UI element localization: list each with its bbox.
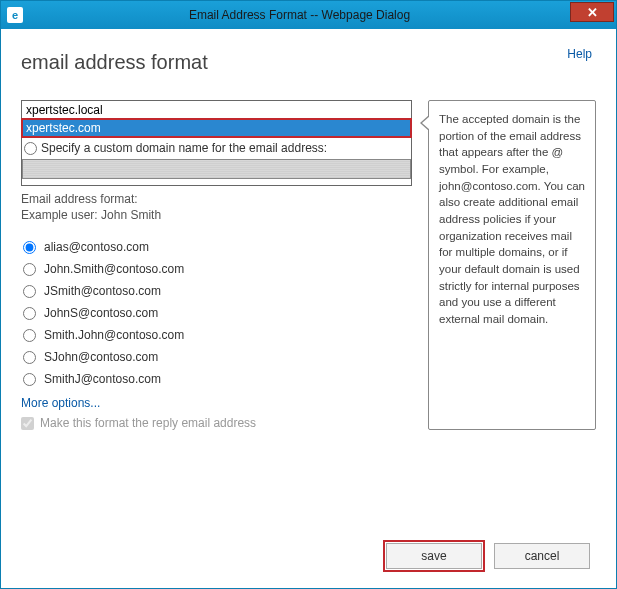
format-label: SmithJ@contoso.com [44,372,161,386]
format-option[interactable]: SJohn@contoso.com [21,346,412,368]
save-button[interactable]: save [386,543,482,569]
custom-domain-label: Specify a custom domain name for the ema… [41,141,327,155]
domain-listbox[interactable]: xpertstec.local xpertstec.com Specify a … [21,100,412,186]
app-icon: e [7,7,23,23]
reply-checkbox[interactable] [21,417,34,430]
custom-domain-row: Specify a custom domain name for the ema… [22,137,411,159]
format-radio[interactable] [23,241,36,254]
format-radio[interactable] [23,351,36,364]
page-title: email address format [21,51,596,74]
reply-address-row: Make this format the reply email address [21,416,412,430]
reply-label: Make this format the reply email address [40,416,256,430]
format-label: SJohn@contoso.com [44,350,158,364]
format-option[interactable]: Smith.John@contoso.com [21,324,412,346]
dialog-window: e Email Address Format -- Webpage Dialog… [0,0,617,589]
custom-domain-radio[interactable] [24,142,37,155]
close-button[interactable]: ✕ [570,2,614,22]
format-label: Smith.John@contoso.com [44,328,184,342]
format-radio[interactable] [23,285,36,298]
domain-option-com[interactable]: xpertstec.com [22,119,411,137]
format-radio[interactable] [23,307,36,320]
format-option[interactable]: John.Smith@contoso.com [21,258,412,280]
help-link[interactable]: Help [567,47,592,61]
format-option[interactable]: SmithJ@contoso.com [21,368,412,390]
format-radio[interactable] [23,329,36,342]
help-tooltip: The accepted domain is the portion of th… [428,100,596,430]
close-icon: ✕ [587,5,598,20]
domain-option-local[interactable]: xpertstec.local [22,101,411,119]
cancel-button[interactable]: cancel [494,543,590,569]
format-option[interactable]: alias@contoso.com [21,236,412,258]
format-radio[interactable] [23,263,36,276]
titlebar: e Email Address Format -- Webpage Dialog… [1,1,616,29]
custom-domain-input[interactable] [22,159,411,179]
format-label: alias@contoso.com [44,240,149,254]
format-radio[interactable] [23,373,36,386]
format-option[interactable]: JohnS@contoso.com [21,302,412,324]
format-list: alias@contoso.com John.Smith@contoso.com… [21,236,412,390]
window-title: Email Address Format -- Webpage Dialog [29,8,570,22]
more-options-link[interactable]: More options... [21,396,412,410]
format-label: John.Smith@contoso.com [44,262,184,276]
content-area: Help email address format xpertstec.loca… [1,29,616,538]
tooltip-text: The accepted domain is the portion of th… [439,113,585,325]
example-user-label: Example user: John Smith [21,208,412,222]
format-option[interactable]: JSmith@contoso.com [21,280,412,302]
format-heading: Email address format: [21,192,412,206]
dialog-footer: save cancel [1,538,616,588]
format-label: JSmith@contoso.com [44,284,161,298]
format-label: JohnS@contoso.com [44,306,158,320]
